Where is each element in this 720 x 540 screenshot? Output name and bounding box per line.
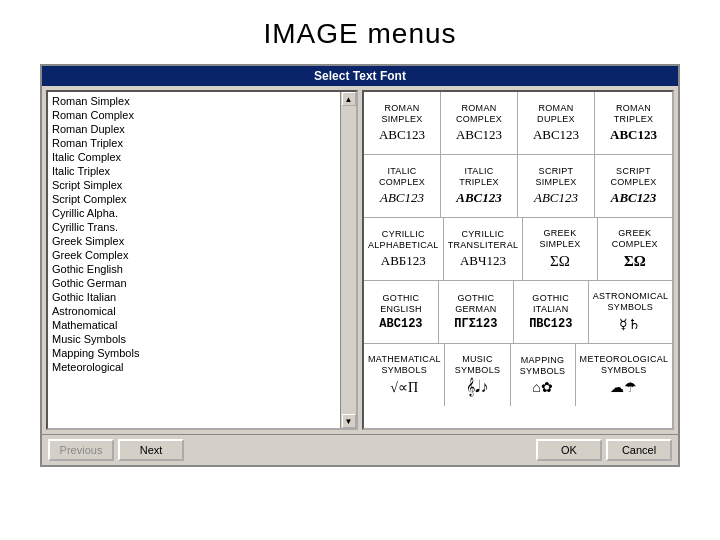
preview-cell[interactable]: ITALIC COMPLEXABC123	[364, 155, 441, 217]
font-list-item[interactable]: Cyrillic Trans.	[48, 220, 340, 234]
font-list-item[interactable]: Roman Triplex	[48, 136, 340, 150]
preview-cell[interactable]: ROMAN TRIPLEXABC123	[595, 92, 672, 154]
preview-cell[interactable]: GOTHIC ENGLISHABC123	[364, 281, 439, 343]
preview-cell-sample: ABC123	[610, 127, 657, 143]
preview-cell[interactable]: SCRIPT COMPLEXABC123	[595, 155, 672, 217]
preview-row: GOTHIC ENGLISHABC123GOTHIC GERMANΠΓΣ123G…	[364, 281, 672, 344]
preview-cell[interactable]: GREEK COMPLEXΣΩ	[598, 218, 672, 280]
font-list-item[interactable]: Cyrillic Alpha.	[48, 206, 340, 220]
preview-cell-label: GREEK SIMPLEX	[527, 228, 592, 250]
font-list-item[interactable]: Greek Complex	[48, 248, 340, 262]
preview-cell-label: GOTHIC ITALIAN	[518, 293, 584, 315]
preview-cell-sample: ☁☂	[610, 379, 637, 396]
cancel-button[interactable]: Cancel	[606, 439, 672, 461]
select-font-dialog: Select Text Font Roman SimplexRoman Comp…	[40, 64, 680, 467]
preview-cell[interactable]: GOTHIC ITALIANΠBC123	[514, 281, 589, 343]
next-button[interactable]: Next	[118, 439, 184, 461]
preview-row: ROMAN SIMPLEXABC123ROMAN COMPLEXABC123RO…	[364, 92, 672, 155]
preview-cell-sample: ⌂✿	[532, 379, 552, 395]
preview-cell-sample: ABC123	[611, 190, 657, 206]
font-list-item[interactable]: Roman Duplex	[48, 122, 340, 136]
dialog-body: Roman SimplexRoman ComplexRoman DuplexRo…	[42, 86, 678, 434]
scroll-up-arrow[interactable]: ▲	[342, 92, 356, 106]
preview-cell-sample: ABБ123	[381, 253, 426, 269]
font-list-item[interactable]: Gothic German	[48, 276, 340, 290]
footer-left: Previous Next	[48, 439, 184, 461]
preview-cell[interactable]: SCRIPT SIMPLEXABC123	[518, 155, 595, 217]
preview-cell-label: MATHEMATICAL SYMBOLS	[368, 354, 440, 376]
font-list-item[interactable]: Meteorological	[48, 360, 340, 374]
font-list-item[interactable]: Mapping Symbols	[48, 346, 340, 360]
font-list: Roman SimplexRoman ComplexRoman DuplexRo…	[48, 92, 340, 376]
preview-cell-sample: ABЧ123	[460, 253, 506, 269]
preview-row: CYRILLIC ALPHABETICALABБ123CYRILLIC TRAN…	[364, 218, 672, 281]
preview-cell-sample: ABC123	[379, 127, 425, 143]
preview-cell-sample: ΠBC123	[529, 317, 572, 331]
preview-cell[interactable]: ITALIC TRIPLEXABC123	[441, 155, 518, 217]
preview-cell-label: ITALIC TRIPLEX	[445, 166, 513, 188]
font-list-item[interactable]: Script Complex	[48, 192, 340, 206]
font-list-item[interactable]: Roman Simplex	[48, 94, 340, 108]
preview-cell[interactable]: MAPPING SYMBOLS⌂✿	[511, 344, 576, 406]
preview-cell-sample: ΠΓΣ123	[454, 317, 497, 331]
preview-cell[interactable]: METEOROLOGICAL SYMBOLS☁☂	[576, 344, 672, 406]
preview-cell[interactable]: ASTRONOMICAL SYMBOLS☿♄	[589, 281, 672, 343]
preview-cell-label: CYRILLIC ALPHABETICAL	[368, 229, 439, 251]
preview-row: MATHEMATICAL SYMBOLS√∝ΠMUSIC SYMBOLS𝄞♩♪M…	[364, 344, 672, 406]
dialog-footer: Previous Next OK Cancel	[42, 434, 678, 465]
preview-cell-label: SCRIPT SIMPLEX	[522, 166, 590, 188]
preview-cell-label: GOTHIC ENGLISH	[368, 293, 434, 315]
preview-cell-sample: ☿♄	[619, 316, 641, 333]
previous-button[interactable]: Previous	[48, 439, 114, 461]
preview-cell-sample: ΣΩ	[550, 253, 570, 270]
preview-cell-sample: ABC123	[534, 190, 578, 206]
font-list-item[interactable]: Italic Complex	[48, 150, 340, 164]
preview-cell-sample: √∝Π	[390, 379, 418, 396]
font-list-item[interactable]: Greek Simplex	[48, 234, 340, 248]
scroll-down-arrow[interactable]: ▼	[342, 414, 356, 428]
preview-cell[interactable]: GREEK SIMPLEXΣΩ	[523, 218, 597, 280]
preview-cell[interactable]: MATHEMATICAL SYMBOLS√∝Π	[364, 344, 445, 406]
font-preview-panel: ROMAN SIMPLEXABC123ROMAN COMPLEXABC123RO…	[362, 90, 674, 430]
preview-cell-sample: ΣΩ	[624, 253, 646, 270]
preview-cell-sample: ABC123	[456, 190, 502, 206]
preview-cell[interactable]: MUSIC SYMBOLS𝄞♩♪	[445, 344, 510, 406]
font-list-item[interactable]: Astronomical	[48, 304, 340, 318]
preview-cell[interactable]: CYRILLIC TRANSLITERALABЧ123	[444, 218, 524, 280]
preview-cell[interactable]: ROMAN SIMPLEXABC123	[364, 92, 441, 154]
font-list-scroll: Roman SimplexRoman ComplexRoman DuplexRo…	[48, 92, 340, 428]
font-list-item[interactable]: Gothic Italian	[48, 290, 340, 304]
preview-cell-sample: ABC123	[380, 190, 424, 206]
preview-cell-label: ASTRONOMICAL SYMBOLS	[593, 291, 668, 313]
font-list-item[interactable]: Mathematical	[48, 318, 340, 332]
preview-cell[interactable]: GOTHIC GERMANΠΓΣ123	[439, 281, 514, 343]
preview-cell-label: ROMAN SIMPLEX	[368, 103, 436, 125]
font-list-item[interactable]: Italic Triplex	[48, 164, 340, 178]
page-title: IMAGE menus	[0, 0, 720, 64]
preview-cell[interactable]: ROMAN COMPLEXABC123	[441, 92, 518, 154]
font-list-item[interactable]: Roman Complex	[48, 108, 340, 122]
dialog-titlebar: Select Text Font	[42, 66, 678, 86]
preview-cell[interactable]: ROMAN DUPLEXABC123	[518, 92, 595, 154]
preview-cell-label: ROMAN DUPLEX	[522, 103, 590, 125]
preview-cell-label: MAPPING SYMBOLS	[515, 355, 571, 377]
font-list-item[interactable]: Music Symbols	[48, 332, 340, 346]
ok-button[interactable]: OK	[536, 439, 602, 461]
font-list-scrollbar[interactable]: ▲ ▼	[340, 92, 356, 428]
preview-cell-label: CYRILLIC TRANSLITERAL	[448, 229, 519, 251]
font-list-item[interactable]: Script Simplex	[48, 178, 340, 192]
preview-cell-label: ROMAN TRIPLEX	[599, 103, 668, 125]
preview-cell-label: SCRIPT COMPLEX	[599, 166, 668, 188]
preview-row: ITALIC COMPLEXABC123ITALIC TRIPLEXABC123…	[364, 155, 672, 218]
preview-cell[interactable]: CYRILLIC ALPHABETICALABБ123	[364, 218, 444, 280]
preview-cell-label: ITALIC COMPLEX	[368, 166, 436, 188]
preview-cell-label: GOTHIC GERMAN	[443, 293, 509, 315]
preview-cell-sample: ABC123	[533, 127, 579, 143]
preview-cell-label: ROMAN COMPLEX	[445, 103, 513, 125]
preview-cell-label: MUSIC SYMBOLS	[449, 354, 505, 376]
preview-cell-sample: ABC123	[379, 317, 422, 331]
preview-cell-sample: 𝄞♩♪	[466, 378, 488, 396]
preview-cell-label: GREEK COMPLEX	[602, 228, 668, 250]
font-list-item[interactable]: Gothic English	[48, 262, 340, 276]
font-list-wrapper: Roman SimplexRoman ComplexRoman DuplexRo…	[46, 90, 358, 430]
